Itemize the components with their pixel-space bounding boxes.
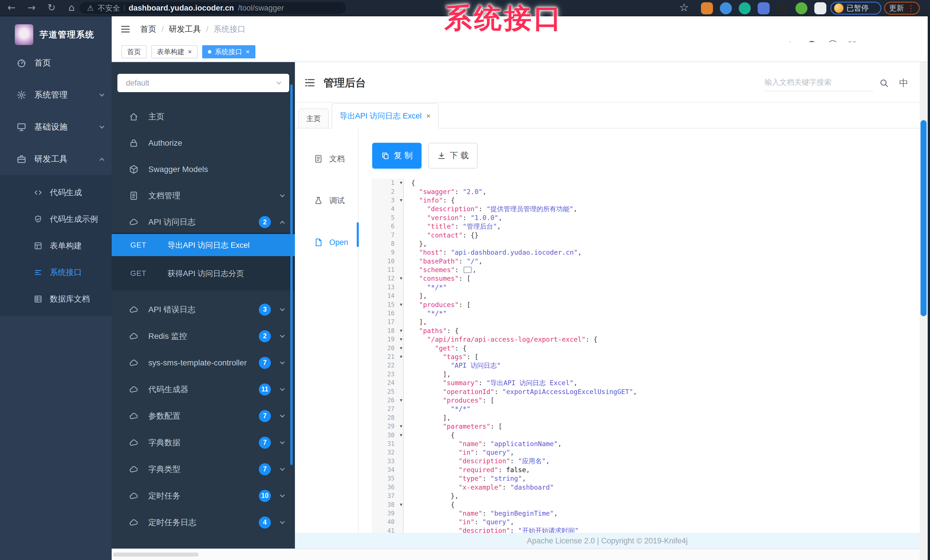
tag-close-icon[interactable]: ×	[188, 48, 192, 55]
browser-reload-icon[interactable]: ↻	[45, 2, 58, 13]
panel-group-sys-sms-template-controller[interactable]: sys-sms-template-controller7	[112, 350, 295, 376]
fold-arrow-icon[interactable]: ▾	[400, 397, 402, 403]
panel-group-label: 参数配置	[148, 411, 249, 422]
panel-group-API 错误日志[interactable]: API 错误日志3	[112, 296, 295, 323]
extension-icon[interactable]	[720, 2, 732, 14]
fold-arrow-icon[interactable]: ▾	[400, 197, 402, 203]
fold-arrow-icon[interactable]: ▾	[400, 276, 402, 281]
extension-icon[interactable]	[701, 2, 713, 14]
sidebar-toggle-icon[interactable]	[120, 24, 131, 34]
panel-item-label: Swagger Models	[148, 165, 284, 174]
code-line: 21▾"tags": [	[372, 353, 920, 361]
panel-item-Authorize[interactable]: Authorize	[112, 130, 295, 156]
panel-item-主页[interactable]: 主页	[112, 104, 295, 130]
fold-arrow-icon[interactable]: ▾	[400, 336, 402, 342]
fold-arrow-icon[interactable]: ▾	[400, 354, 402, 359]
doc-tab-主页[interactable]: 主页	[298, 109, 329, 128]
browser-menu-icon[interactable]: ⋮	[907, 3, 915, 13]
download-button[interactable]: 下 载	[428, 143, 477, 169]
code-text: "in": "query",	[404, 449, 514, 456]
horizontal-scrollbar-track	[112, 549, 920, 560]
tag-首页[interactable]: 首页	[122, 45, 146, 58]
breadcrumb-item[interactable]: 研发工具	[169, 24, 201, 35]
count-badge: 2	[259, 216, 271, 228]
code-line: 22"API 访问日志"	[372, 361, 920, 370]
panel-group-字典数据[interactable]: 字典数据7	[112, 429, 295, 456]
api-group-select[interactable]: default	[117, 74, 289, 92]
tag-close-icon[interactable]: ×	[246, 48, 250, 55]
panel-group-定时任务日志[interactable]: 定时任务日志4	[112, 509, 295, 536]
extension-icon[interactable]	[758, 2, 770, 14]
doc-search-input[interactable]: 输入文档关键字搜索	[765, 74, 873, 91]
bookmark-star-icon[interactable]: ☆	[679, 1, 689, 14]
doc-tab-close-icon[interactable]: ×	[427, 112, 431, 120]
sidebar-subitem-3[interactable]: 表单构建	[0, 232, 112, 259]
operation-row[interactable]: GET获得API 访问日志分页	[112, 262, 295, 284]
fold-arrow-icon[interactable]: ▾	[400, 302, 402, 307]
sidebar-subitem-2[interactable]: 代码生成示例	[0, 206, 112, 232]
sidebar-subitem-1[interactable]: 代码生成	[0, 179, 112, 206]
fold-arrow-icon[interactable]: ▾	[400, 502, 402, 507]
panel-item-文档管理[interactable]: 文档管理	[112, 183, 295, 209]
fold-arrow-icon[interactable]: ▾	[400, 345, 402, 351]
horizontal-scrollbar-thumb[interactable]	[113, 552, 199, 557]
browser-home-icon[interactable]: ⌂	[65, 2, 78, 13]
page-scrollbar-thumb[interactable]	[921, 120, 927, 316]
app-logo-row[interactable]: 芋道管理系统	[0, 20, 112, 49]
profile-paused-pill[interactable]: 已暂停	[830, 2, 881, 15]
panel-group-代码生成器[interactable]: 代码生成器11	[112, 376, 295, 403]
panel-item-Swagger Models[interactable]: Swagger Models	[112, 156, 295, 183]
cloud-icon	[129, 491, 139, 501]
fold-arrow-icon[interactable]: ▾	[400, 180, 402, 186]
side-tab-label: 文档	[329, 153, 345, 164]
code-editor[interactable]: 1▾{2"swagger": "2.0",3▾"info": {4"descri…	[372, 179, 920, 533]
breadcrumb-item[interactable]: 首页	[140, 24, 156, 35]
tag-系统接口[interactable]: 系统接口×	[202, 45, 256, 58]
count-badge: 7	[259, 357, 271, 369]
operation-row[interactable]: GET导出API 访问日志 Excel	[112, 234, 295, 256]
panel-group-字典类型[interactable]: 字典类型7	[112, 456, 295, 482]
line-number: 29▾	[372, 423, 404, 430]
extension-icon[interactable]	[815, 2, 826, 14]
cloud-icon	[129, 518, 139, 527]
panel-group-定时任务[interactable]: 定时任务10	[112, 482, 295, 509]
sidebar-subitem-4[interactable]: 系统接口	[0, 259, 112, 285]
doc-tab-导出API 访问日志 Excel[interactable]: 导出API 访问日志 Excel×	[331, 103, 439, 129]
sidebar-menu: 首页系统管理基础设施研发工具	[0, 47, 112, 175]
language-icon[interactable]: 中	[899, 77, 908, 90]
address-bar[interactable]: ⚠ 不安全 dashboard.yudao.iocoder.cn/tool/sw…	[80, 2, 346, 14]
extension-icon[interactable]	[795, 2, 807, 14]
doc-panel-toggle-icon[interactable]	[304, 77, 316, 88]
side-tab-Open[interactable]: Open	[295, 231, 359, 254]
panel-group-参数配置[interactable]: 参数配置7	[112, 403, 295, 429]
panel-item-API 访问日志[interactable]: API 访问日志2	[112, 209, 295, 235]
fold-arrow-icon[interactable]: ▾	[400, 432, 402, 438]
line-number: 21▾	[372, 353, 404, 360]
extension-icon[interactable]	[776, 2, 788, 14]
fold-arrow-icon[interactable]: ▾	[400, 328, 402, 333]
browser-back-icon[interactable]: ←	[5, 2, 18, 13]
sidebar-subitem-5[interactable]: 数据库文档	[0, 285, 112, 312]
panel-group-Redis 监控[interactable]: Redis 监控2	[112, 323, 295, 350]
copy-button[interactable]: 复 制	[372, 143, 422, 169]
panel-group-岗位[interactable]: 岗位2	[112, 546, 295, 549]
fold-arrow-icon[interactable]: ▾	[400, 423, 402, 429]
extension-icon[interactable]	[739, 2, 751, 14]
sidebar-item-1[interactable]: 首页	[0, 47, 112, 79]
side-tab-调试[interactable]: 调试	[295, 189, 359, 212]
sidebar-item-2[interactable]: 系统管理	[0, 79, 112, 111]
line-number: 16	[372, 310, 404, 317]
panel-group-label: Redis 监控	[148, 331, 249, 342]
code-line: 15▾"produces": [	[372, 300, 920, 309]
doc-search-icon[interactable]	[879, 78, 889, 88]
panel-scrollbar-thumb[interactable]	[290, 84, 293, 465]
code-line: 27"*/*"	[372, 405, 920, 413]
side-tab-文档[interactable]: 文档	[295, 147, 359, 170]
code-line: 18▾"paths": {	[372, 327, 920, 335]
sidebar-item-3[interactable]: 基础设施	[0, 111, 112, 143]
sidebar-item-4[interactable]: 研发工具	[0, 143, 112, 175]
tag-表单构建[interactable]: 表单构建×	[151, 45, 197, 58]
chevron-down-icon	[280, 359, 285, 364]
browser-update-button[interactable]: 更新 ⋮	[884, 2, 920, 15]
browser-forward-icon[interactable]: →	[25, 2, 38, 13]
